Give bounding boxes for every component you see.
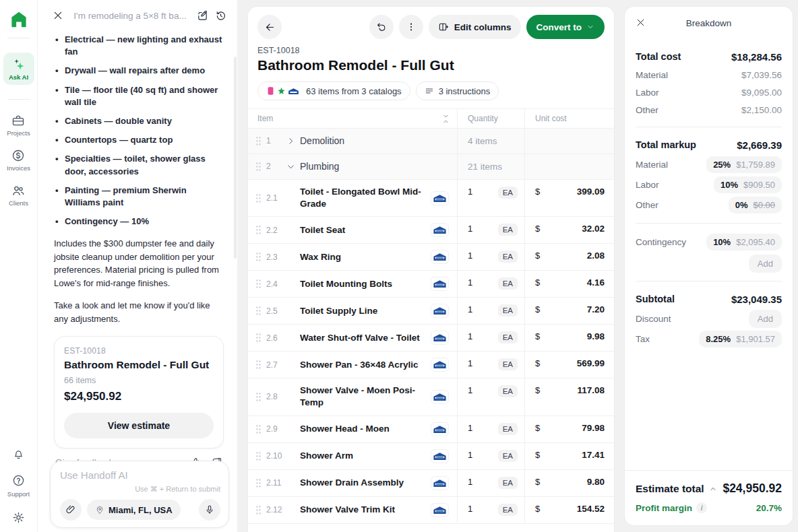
quantity-cell[interactable]: 1EA [457,217,524,243]
table-row[interactable]: 2.3Wax Ring1EA$2.08 [248,244,614,271]
quantity-cell[interactable]: 1EA [457,244,524,270]
quantity-cell[interactable]: 1EA [457,470,524,496]
drag-handle-icon[interactable] [255,505,262,515]
quantity-cell[interactable]: 1EA [457,497,524,523]
view-estimate-button[interactable]: View estimate [64,413,214,438]
table-row[interactable]: 2.1Toilet - Elongated Bowl Mid-Grade1EA$… [248,180,614,217]
composer[interactable]: Use Handoff AI Use ⌘ + Return to submit … [50,461,229,528]
back-arrow-icon[interactable] [257,15,282,39]
gear-icon[interactable] [12,511,25,524]
drag-handle-icon[interactable] [255,136,262,146]
estimate-card[interactable]: EST-10018 Bathroom Remodel - Full Gut 66… [54,336,224,448]
table-row[interactable]: 2.6Water Shut-off Valve - Toilet1EA$9.98 [248,325,614,352]
table-row[interactable]: 2.12Shower Valve Trim Kit1EA$154.52 [248,497,614,524]
quantity-cell[interactable]: 1EA [457,352,524,378]
drag-handle-icon[interactable] [255,252,262,262]
quantity-cell[interactable]: 1EA [457,443,524,469]
drag-handle-icon[interactable] [255,279,262,289]
drag-handle-icon[interactable] [255,478,262,488]
drag-handle-icon[interactable] [255,306,262,316]
history-icon[interactable] [215,10,226,22]
chevron-up-icon[interactable] [709,485,717,493]
table-row[interactable]: 2.5Toilet Supply Line1EA$7.20 [248,298,614,325]
drag-handle-icon[interactable] [255,162,262,172]
paperclip-icon[interactable] [60,499,82,521]
quantity-cell[interactable]: 21 items [457,154,524,179]
table-group-row[interactable]: 1Demolition4 items [248,129,614,154]
undo-icon[interactable] [369,15,394,39]
tax-field[interactable]: 8.25% $1,901.57 [699,331,782,347]
location-chip[interactable]: Miami, FL, USA [87,500,181,520]
table-row[interactable]: 2.2Toilet Seat1EA$32.02 [248,217,614,244]
sidebar-item-invoices[interactable]: Invoices [7,149,30,172]
compose-icon[interactable] [197,10,208,22]
quantity-cell[interactable]: 1EA [457,180,524,216]
microphone-icon[interactable] [199,499,220,521]
table-group-row[interactable]: 2Plumbing21 items [248,154,614,180]
table-row[interactable]: 2.10Shower Arm1EA$17.41 [248,443,614,470]
table-row[interactable]: 2.9Shower Head - Moen1EA$79.98 [248,416,614,443]
close-icon[interactable] [53,10,63,21]
chevron-down-icon[interactable] [286,162,300,171]
quantity-cell[interactable]: 1EA [457,416,524,442]
markup-other-field[interactable]: 0% $0.00 [729,197,782,213]
drag-handle-icon[interactable] [255,451,262,461]
markup-material-field[interactable]: 25% $1,759.89 [706,156,782,173]
info-icon[interactable]: i [696,502,707,513]
lowes-badge-icon [431,358,449,372]
chevron-right-icon[interactable] [286,137,300,145]
table-row[interactable]: 2.11Shower Drain Assembly1EA$9.80 [248,470,614,497]
chat-bullet-item: Specialties — toilet, shower glass door,… [54,153,224,177]
chat-bullet-item: Cabinets — double vanity [54,115,224,127]
edit-columns-button[interactable]: Edit columns [429,15,521,39]
table-row[interactable]: 2.8Shower Valve - Moen Posi-Temp1EA$117.… [248,378,614,415]
composer-input[interactable]: Use Handoff AI [60,469,220,481]
instructions-pill[interactable]: 3 instructions [416,81,499,100]
sidebar-item-clients[interactable]: Clients [9,184,28,207]
unit-cost-cell[interactable]: $9.80 [524,470,614,496]
unit-cost-cell[interactable]: $2.08 [524,244,614,270]
sidebar-item-projects[interactable]: Projects [7,114,30,137]
kebab-menu-icon[interactable] [399,15,423,39]
drag-handle-icon[interactable] [255,333,262,343]
unit-cost-cell[interactable]: $7.20 [524,298,614,324]
drag-handle-icon[interactable] [255,225,262,235]
table-row[interactable]: 2.7Shower Pan - 36×48 Acrylic1EA$569.99 [248,352,614,378]
contingency-field[interactable]: 10% $2,095.40 [706,234,782,251]
quantity-cell[interactable]: 1EA [457,325,524,351]
contingency-add-button[interactable]: Add [749,255,782,273]
unit-cost-cell[interactable]: $4.16 [524,271,614,297]
unit-cost-cell[interactable]: $32.02 [524,217,614,243]
convert-to-button[interactable]: Convert to [526,15,605,39]
quantity-cell[interactable]: 1EA [457,271,524,297]
quantity-cell[interactable]: 1EA [457,298,524,324]
discount-add-button[interactable]: Add [749,310,782,328]
sidebar-item-ask-ai[interactable]: Ask AI [3,53,34,85]
drag-handle-icon[interactable] [255,424,262,434]
help-circle-icon [12,474,25,487]
sidebar-item-support[interactable]: Support [7,474,30,498]
drag-handle-icon[interactable] [255,392,262,402]
catalogs-pill[interactable]: 63 items from 3 catalogs [257,81,410,100]
unit-cost-cell[interactable]: $569.99 [524,352,614,378]
quantity-cell[interactable]: 1EA [457,378,524,415]
unit-cost-cell[interactable]: $17.41 [524,443,614,469]
table-row[interactable]: 2.4Toilet Mounting Bolts1EA$4.16 [248,271,614,298]
handoff-logo[interactable] [9,9,29,30]
quantity-cell[interactable]: 4 items [457,129,524,154]
markup-labor-field[interactable]: 10% $909.50 [714,176,782,193]
drag-handle-icon[interactable] [255,360,262,370]
unit-cost-cell[interactable]: $9.98 [524,325,614,351]
collapse-all-icon[interactable] [441,114,450,124]
currency-symbol: $ [535,504,577,514]
chat-scrollbar[interactable] [234,57,237,259]
unit-cost-cell[interactable] [524,154,614,179]
unit-cost-cell[interactable]: $117.08 [524,378,614,415]
unit-cost-cell[interactable]: $154.52 [524,497,614,523]
unit-cost-cell[interactable]: $79.98 [524,416,614,442]
close-icon[interactable] [636,18,646,28]
bell-icon[interactable] [12,448,25,461]
drag-handle-icon[interactable] [255,193,262,203]
unit-cost-cell[interactable] [524,129,614,154]
unit-cost-cell[interactable]: $399.09 [524,180,614,216]
